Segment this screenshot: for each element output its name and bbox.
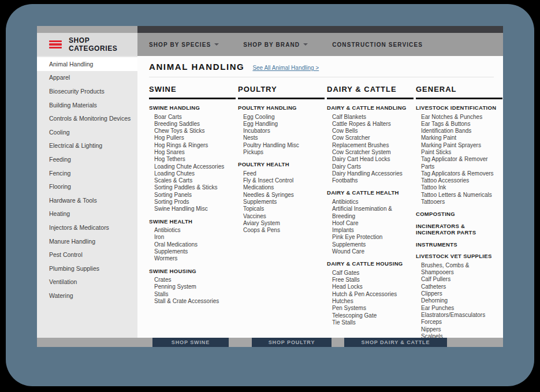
menu-item-link[interactable]: Catheters bbox=[421, 283, 502, 290]
menu-item-link[interactable]: Head Locks bbox=[332, 283, 414, 290]
menu-item-link[interactable]: Cow Scratcher System bbox=[332, 149, 414, 156]
menu-item-link[interactable]: Cow Scratcher bbox=[332, 135, 414, 141]
sidebar-item-flooring[interactable]: Flooring bbox=[37, 180, 137, 193]
menu-item-link[interactable]: Hog Pullers bbox=[154, 135, 236, 141]
menu-item-link[interactable]: Dehorning bbox=[421, 297, 502, 304]
section-heading[interactable]: DAIRY & CATTLE HANDLING bbox=[327, 104, 414, 111]
section-heading[interactable]: POULTRY HANDLING bbox=[238, 104, 325, 111]
menu-item-link[interactable]: Tie Stalls bbox=[332, 319, 414, 326]
sidebar-item-pest-control[interactable]: Pest Control bbox=[37, 248, 137, 262]
sidebar-item-heating[interactable]: Heating bbox=[37, 207, 137, 221]
menu-item-link[interactable]: Sorting Paddles & Sticks bbox=[154, 184, 236, 191]
section-heading[interactable]: SWINE HANDLING bbox=[149, 104, 236, 111]
sidebar-item-ventilation[interactable]: Ventilation bbox=[37, 275, 137, 289]
nav-item-construction-services[interactable]: CONSTRUCTION SERVICES bbox=[332, 42, 423, 48]
menu-item-link[interactable]: Artificial Insemination & Breeding bbox=[332, 206, 414, 220]
section-heading[interactable]: INCINERATORS & INCINERATOR PARTS bbox=[416, 223, 502, 236]
menu-item-link[interactable]: Marking Paint bbox=[421, 135, 502, 141]
sidebar-item-apparel[interactable]: Apparel bbox=[37, 71, 137, 85]
menu-item-link[interactable]: Crates bbox=[154, 277, 236, 283]
nav-item-shop-by-brand[interactable]: SHOP BY BRAND bbox=[243, 42, 308, 48]
shop-button-shop-poultry[interactable]: SHOP POULTRY bbox=[252, 338, 332, 347]
menu-item-link[interactable]: Tattoo Accessories bbox=[421, 177, 502, 184]
sidebar-item-cooling[interactable]: Cooling bbox=[37, 125, 137, 139]
sidebar-item-watering[interactable]: Watering bbox=[37, 289, 137, 303]
column-title[interactable]: POULTRY bbox=[238, 85, 325, 99]
menu-item-link[interactable]: Wound Care bbox=[332, 248, 414, 255]
section-heading[interactable]: DAIRY & CATTLE HOUSING bbox=[327, 260, 414, 267]
column-title[interactable]: SWINE bbox=[149, 85, 236, 99]
menu-item-link[interactable]: Tattooers bbox=[421, 199, 502, 206]
shop-categories-button[interactable]: SHOP CATEGORIES bbox=[37, 33, 137, 56]
section-heading[interactable]: POULTRY HEALTH bbox=[238, 161, 325, 168]
menu-item-link[interactable]: Stalls bbox=[154, 291, 236, 298]
menu-item-link[interactable]: Identification Bands bbox=[421, 128, 502, 135]
sidebar-item-manure-handling[interactable]: Manure Handling bbox=[37, 234, 137, 248]
see-all-link[interactable]: See All Animal Handling > bbox=[252, 65, 319, 71]
menu-item-link[interactable]: Breeding Saddles bbox=[154, 121, 236, 128]
menu-item-link[interactable]: Supplements bbox=[154, 248, 236, 255]
menu-item-link[interactable]: Egg Handling bbox=[243, 121, 325, 128]
menu-item-link[interactable]: Nests bbox=[243, 135, 325, 141]
menu-item-link[interactable]: Needles & Syringes bbox=[243, 192, 325, 199]
sidebar-item-hardware-tools[interactable]: Hardware & Tools bbox=[37, 193, 137, 207]
menu-item-link[interactable]: Tattoo Letters & Numericals bbox=[421, 192, 502, 199]
menu-item-link[interactable]: Brushes, Combs & Shampooers bbox=[421, 262, 502, 277]
menu-item-link[interactable]: Penning System bbox=[154, 283, 236, 290]
section-heading[interactable]: DAIRY & CATTLE HEALTH bbox=[327, 189, 414, 196]
menu-item-link[interactable]: Elastrators/Emasculators bbox=[421, 312, 502, 319]
menu-item-link[interactable]: Hog Snares bbox=[154, 149, 236, 156]
menu-item-link[interactable]: Medications bbox=[243, 184, 325, 191]
menu-item-link[interactable]: Calf Pullers bbox=[421, 276, 502, 283]
sidebar-item-controls-monitoring-devices[interactable]: Controls & Monitoring Devices bbox=[37, 111, 137, 125]
menu-item-link[interactable]: Chew Toys & Sticks bbox=[154, 128, 236, 135]
menu-item-link[interactable]: Hutch & Pen Accessories bbox=[332, 291, 414, 298]
sidebar-item-building-materials[interactable]: Building Materials bbox=[37, 98, 137, 112]
column-title[interactable]: GENERAL bbox=[416, 85, 502, 99]
sidebar-item-animal-handling[interactable]: Animal Handling bbox=[37, 57, 137, 71]
menu-item-link[interactable]: Antibiotics bbox=[332, 199, 414, 206]
menu-item-link[interactable]: Egg Cooling bbox=[243, 114, 325, 121]
section-heading[interactable]: LIVESTOCK VET SUPPLIES bbox=[416, 253, 502, 260]
shop-button-shop-dairy-cattle[interactable]: SHOP DAIRY & CATTLE bbox=[344, 338, 447, 347]
section-heading[interactable]: LIVESTOCK IDENTIFICATION bbox=[416, 104, 502, 111]
menu-item-link[interactable]: Hutches bbox=[332, 298, 414, 305]
menu-item-link[interactable]: Fly & Insect Control bbox=[243, 177, 325, 184]
menu-item-link[interactable]: Topicals bbox=[243, 206, 325, 212]
menu-item-link[interactable]: Pickups bbox=[243, 149, 325, 156]
menu-item-link[interactable]: Replacement Brushes bbox=[332, 142, 414, 149]
menu-item-link[interactable]: Swine Handling Misc bbox=[154, 206, 236, 212]
menu-item-link[interactable]: Pen Systems bbox=[332, 305, 414, 312]
menu-item-link[interactable]: Oral Medications bbox=[154, 241, 236, 248]
menu-item-link[interactable]: Calf Blankets bbox=[332, 114, 414, 121]
sidebar-item-electrical-lighting[interactable]: Electrical & Lighting bbox=[37, 139, 137, 153]
menu-item-link[interactable]: Iron bbox=[154, 234, 236, 241]
menu-item-link[interactable]: Nippers bbox=[421, 326, 502, 333]
menu-item-link[interactable]: Poultry Handling Misc bbox=[243, 142, 325, 149]
menu-item-link[interactable]: Paint Sticks bbox=[421, 149, 502, 156]
menu-item-link[interactable]: Ear Notches & Punches bbox=[421, 114, 502, 121]
menu-item-link[interactable]: Hog Tethers bbox=[154, 156, 236, 163]
menu-item-link[interactable]: Calf Gates bbox=[332, 270, 414, 277]
nav-item-shop-by-species[interactable]: SHOP BY SPECIES bbox=[149, 42, 219, 48]
menu-item-link[interactable]: Stall & Crate Accessories bbox=[154, 298, 236, 305]
menu-item-link[interactable]: Sorting Panels bbox=[154, 192, 236, 199]
menu-item-link[interactable]: Telescoping Gate bbox=[332, 312, 414, 319]
sidebar-item-injectors-medicators[interactable]: Injectors & Medicators bbox=[37, 221, 137, 234]
menu-item-link[interactable]: Tag Applicator & Remover Parts bbox=[421, 156, 502, 170]
menu-item-link[interactable]: Cattle Ropes & Halters bbox=[332, 121, 414, 128]
menu-item-link[interactable]: Supplements bbox=[332, 241, 414, 248]
menu-item-link[interactable]: Marking Paint Sprayers bbox=[421, 142, 502, 149]
menu-item-link[interactable]: Forceps bbox=[421, 319, 502, 326]
menu-item-link[interactable]: Loading Chutes bbox=[154, 170, 236, 177]
menu-item-link[interactable]: Cow Bells bbox=[332, 128, 414, 135]
menu-item-link[interactable]: Tattoo Ink bbox=[421, 184, 502, 191]
menu-item-link[interactable]: Wormers bbox=[154, 255, 236, 262]
menu-item-link[interactable]: Scales & Carts bbox=[154, 177, 236, 184]
sidebar-item-feeding[interactable]: Feeding bbox=[37, 152, 137, 166]
menu-item-link[interactable]: Aviary System bbox=[243, 220, 325, 227]
section-heading[interactable]: COMPOSTING bbox=[416, 211, 502, 218]
menu-item-link[interactable]: Implants bbox=[332, 227, 414, 234]
menu-item-link[interactable]: Hoof Care bbox=[332, 220, 414, 227]
menu-item-link[interactable]: Dairy Handling Accessories bbox=[332, 170, 414, 177]
